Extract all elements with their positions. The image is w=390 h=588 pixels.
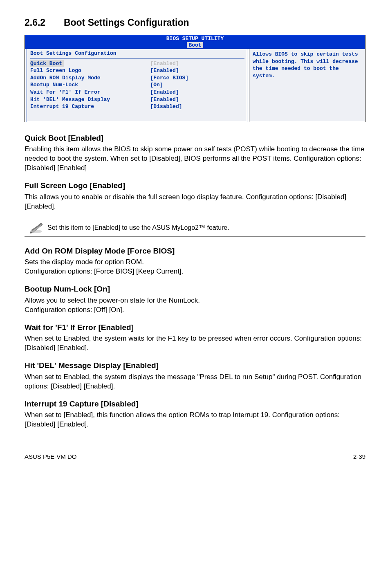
bios-row-label: Bootup Num-Lock	[30, 81, 150, 89]
bios-row: Full Screen Logo [Enabled]	[30, 67, 244, 74]
footer-left: ASUS P5E-VM DO	[25, 453, 77, 461]
note-callout: Set this item to [Enabled] to use the AS…	[25, 219, 365, 237]
heading-wait-f1: Wait for 'F1' If Error [Enabled]	[25, 322, 365, 333]
bios-row-value: [On]	[150, 81, 245, 89]
bios-row-label: Wait For 'F1' If Error	[30, 89, 150, 96]
bios-screenshot: BIOS SETUP UTILITY Boot Boot Settings Co…	[25, 35, 365, 122]
body-quick-boot: Enabling this item allows the BIOS to sk…	[25, 145, 365, 173]
bios-row-value: [Enabled]	[150, 89, 245, 96]
bios-row: Wait For 'F1' If Error [Enabled]	[30, 89, 244, 96]
section-header: 2.6.2 Boot Settings Configuration	[25, 16, 365, 29]
bios-row-value: [Enabled]	[150, 67, 245, 74]
bios-row-label: Quick Boot	[30, 60, 64, 67]
heading-addon-rom: Add On ROM Display Mode [Force BIOS]	[25, 246, 365, 256]
body-full-screen-logo: This allows you to enable or disable the…	[25, 193, 365, 211]
bios-row-value: [Disabled]	[150, 103, 245, 110]
heading-bootup-numlock: Bootup Num-Lock [On]	[25, 284, 365, 294]
section-title: Boot Settings Configuration	[64, 17, 189, 28]
body-wait-f1: When set to Enabled, the system waits fo…	[25, 334, 365, 353]
bios-panel-heading: Boot Settings Configuration	[30, 50, 244, 57]
body-addon-rom: Sets the display mode for option ROM. Co…	[25, 258, 365, 276]
bios-tab: Boot	[187, 42, 203, 49]
pencil-note-icon	[25, 222, 47, 234]
heading-hit-del: Hit 'DEL' Message Display [Enabled]	[25, 360, 365, 371]
heading-interrupt-19: Interrupt 19 Capture [Disabled]	[25, 399, 365, 409]
bios-row-label: Full Screen Logo	[30, 67, 150, 74]
bios-title-bar: BIOS SETUP UTILITY Boot	[25, 35, 365, 49]
bios-row-label: Hit 'DEL' Message Display	[30, 96, 150, 103]
bios-help-panel: Allows BIOS to skip certain tests while …	[249, 49, 365, 121]
body-hit-del: When set to Enabled, the system displays…	[25, 373, 365, 391]
body-bootup-numlock: Allows you to select the power-on state …	[25, 296, 365, 315]
bios-row: Quick Boot [Enabled]	[30, 60, 244, 67]
heading-quick-boot: Quick Boot [Enabled]	[25, 133, 365, 144]
bios-left-panel: Boot Settings Configuration Quick Boot […	[25, 49, 249, 121]
bios-row-value: [Enabled]	[150, 96, 245, 103]
footer-right: 2-39	[353, 453, 365, 461]
bios-row-value: [Force BIOS]	[150, 74, 245, 82]
bios-title: BIOS SETUP UTILITY	[166, 36, 224, 42]
bios-row: Bootup Num-Lock [On]	[30, 81, 244, 89]
bios-row: Hit 'DEL' Message Display [Enabled]	[30, 96, 244, 103]
bios-row-value: [Enabled]	[150, 60, 245, 67]
note-text: Set this item to [Enabled] to use the AS…	[47, 223, 365, 232]
bios-row: Interrupt 19 Capture [Disabled]	[30, 103, 244, 110]
bios-row: AddOn ROM Display Mode [Force BIOS]	[30, 74, 244, 82]
heading-full-screen-logo: Full Screen Logo [Enabled]	[25, 180, 365, 191]
section-number: 2.6.2	[25, 17, 45, 28]
bios-row-label: AddOn ROM Display Mode	[30, 74, 150, 82]
page-footer: ASUS P5E-VM DO 2-39	[25, 450, 365, 461]
body-interrupt-19: When set to [Enabled], this function all…	[25, 411, 365, 429]
bios-help-text: Allows BIOS to skip certain tests while …	[253, 51, 362, 79]
bios-row-label: Interrupt 19 Capture	[30, 103, 150, 110]
